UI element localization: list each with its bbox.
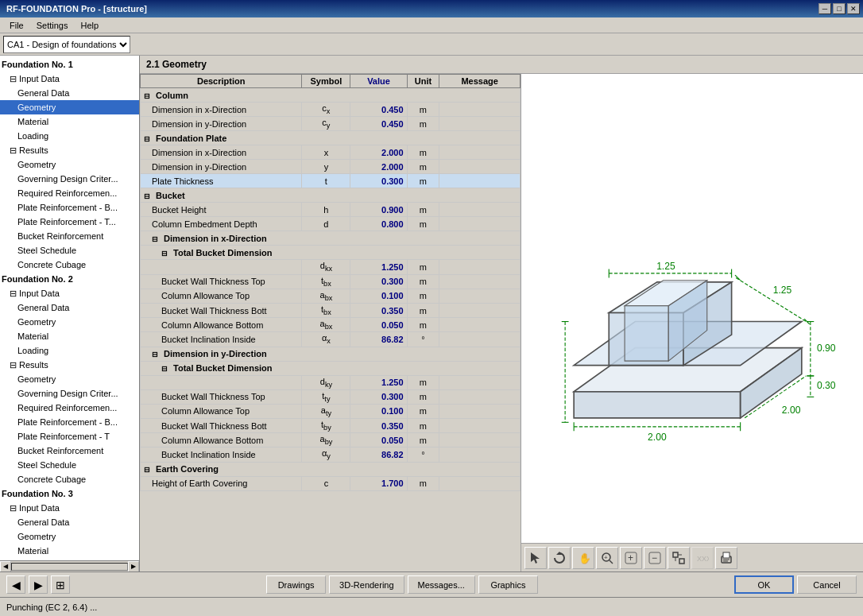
ok-button[interactable]: OK: [734, 575, 794, 594]
tree-container[interactable]: Foundation No. 1 ⊟ Input Data General Da…: [0, 56, 139, 560]
tree-general-data-3[interactable]: General Data: [0, 515, 139, 529]
expand-button[interactable]: ⊞: [51, 575, 70, 594]
table-row[interactable]: Column Allowance Bottom abx 0.050 m: [141, 318, 521, 332]
cancel-button[interactable]: Cancel: [797, 575, 857, 594]
foundation-dropdown[interactable]: CA1 - Design of foundations: [3, 36, 130, 53]
tree-geometry-3[interactable]: Geometry: [0, 529, 139, 544]
tree-required-reinf-2[interactable]: Required Reinforcemen...: [0, 401, 139, 415]
table-row[interactable]: Bucket Wall Thickness Top tbx 0.300 m: [141, 274, 521, 289]
row-value[interactable]: 0.050: [350, 433, 407, 447]
tree-material-2[interactable]: Material: [0, 329, 139, 343]
left-horizontal-scrollbar[interactable]: ◀ ▶: [0, 560, 139, 571]
table-row[interactable]: Column Embedment Depth d 0.800 m: [141, 217, 521, 231]
zoom-out-button[interactable]: −: [644, 547, 666, 569]
table-row[interactable]: Dimension in x-Direction cx 0.450 m: [141, 103, 521, 117]
scroll-left-button[interactable]: ◀: [0, 561, 11, 572]
tree-steel-schedule-2[interactable]: Steel Schedule: [0, 458, 139, 472]
row-value[interactable]: 1.700: [350, 476, 407, 490]
tree-foundation-3[interactable]: Foundation No. 3: [0, 486, 139, 501]
tree-bucket-reinf-2[interactable]: Bucket Reinforcement: [0, 444, 139, 458]
tree-plate-reinf-b-2[interactable]: Plate Reinforcement - B...: [0, 415, 139, 429]
row-value[interactable]: 0.350: [350, 419, 407, 433]
tree-steel-schedule-1[interactable]: Steel Schedule: [0, 243, 139, 258]
tree-governing-design-1[interactable]: Governing Design Criter...: [0, 172, 139, 186]
tree-plate-reinf-t-2[interactable]: Plate Reinforcement - T: [0, 429, 139, 444]
pan-tool-button[interactable]: ✋: [572, 547, 594, 569]
table-row[interactable]: Bucket Inclination Inside αx 86.82 °: [141, 332, 521, 347]
tree-general-data-1[interactable]: General Data: [0, 86, 139, 100]
row-value[interactable]: 0.800: [350, 217, 407, 231]
tree-input-data-3[interactable]: ⊟ Input Data: [0, 501, 139, 515]
scroll-track[interactable]: [11, 563, 128, 571]
tree-loading-2[interactable]: Loading: [0, 343, 139, 358]
tree-concrete-cubage-1[interactable]: Concrete Cubage: [0, 258, 139, 272]
row-value[interactable]: 0.900: [350, 203, 407, 217]
row-value[interactable]: 0.050: [350, 318, 407, 332]
tree-required-reinf-1[interactable]: Required Reinforcemen...: [0, 186, 139, 200]
tree-general-data-2[interactable]: General Data: [0, 300, 139, 315]
tree-results-2[interactable]: ⊟ Results: [0, 358, 139, 372]
rotate-tool-button[interactable]: [548, 547, 571, 569]
xxx-button[interactable]: XXX: [691, 547, 714, 569]
close-button[interactable]: ✕: [847, 3, 860, 14]
menu-file[interactable]: File: [3, 19, 30, 32]
row-value[interactable]: 86.82: [350, 447, 407, 462]
print-diagram-button[interactable]: [715, 547, 737, 569]
table-row[interactable]: Bucket Wall Thickness Bott tbx 0.350 m: [141, 303, 521, 317]
row-value[interactable]: 0.450: [350, 117, 407, 131]
tree-material-1[interactable]: Material: [0, 114, 139, 129]
tree-concrete-cubage-2[interactable]: Concrete Cubage: [0, 472, 139, 486]
table-row[interactable]: dkx 1.250 m: [141, 260, 521, 274]
row-value[interactable]: 0.300: [350, 274, 407, 289]
tree-plate-reinf-b-1[interactable]: Plate Reinforcement - B...: [0, 200, 139, 215]
row-value[interactable]: 0.300: [350, 174, 407, 188]
fit-view-button[interactable]: [668, 547, 690, 569]
row-value[interactable]: 86.82: [350, 332, 407, 347]
tree-results-geometry-2[interactable]: Geometry: [0, 372, 139, 386]
table-row[interactable]: Bucket Height h 0.900 m: [141, 203, 521, 217]
back-button[interactable]: ◀: [6, 575, 25, 594]
scroll-right-button[interactable]: ▶: [128, 561, 139, 572]
table-row[interactable]: Bucket Inclination Inside αy 86.82 °: [141, 447, 521, 462]
menu-settings[interactable]: Settings: [30, 19, 75, 32]
drawings-button[interactable]: Drawings: [266, 575, 326, 594]
zoom-in-button[interactable]: +: [620, 547, 642, 569]
row-value[interactable]: 1.250: [350, 260, 407, 274]
table-row[interactable]: Column Allowance Top aty 0.100 m: [141, 404, 521, 418]
table-row[interactable]: Dimension in y-Direction cy 0.450 m: [141, 117, 521, 131]
maximize-button[interactable]: □: [833, 3, 846, 14]
table-row[interactable]: Column Allowance Top abx 0.100 m: [141, 289, 521, 303]
3d-rendering-button[interactable]: 3D-Rendering: [329, 575, 404, 594]
tree-foundation-2[interactable]: Foundation No. 2: [0, 272, 139, 286]
row-value[interactable]: 2.000: [350, 145, 407, 160]
zoom-window-button[interactable]: +: [596, 547, 618, 569]
tree-results-1[interactable]: ⊟ Results: [0, 143, 139, 157]
table-row[interactable]: Bucket Wall Thickness Bott tby 0.350 m: [141, 419, 521, 433]
tree-loading-1[interactable]: Loading: [0, 129, 139, 143]
row-value[interactable]: 2.000: [350, 160, 407, 174]
table-panel[interactable]: Description Symbol Value Unit Message ⊟ …: [140, 74, 521, 571]
row-value[interactable]: 0.450: [350, 103, 407, 117]
table-row[interactable]: Dimension in y-Direction y 2.000 m: [141, 160, 521, 174]
messages-button[interactable]: Messages...: [408, 575, 475, 594]
tree-foundation-1[interactable]: Foundation No. 1: [0, 57, 139, 72]
row-value[interactable]: 0.100: [350, 404, 407, 418]
tree-input-data-1[interactable]: ⊟ Input Data: [0, 72, 139, 86]
table-row-highlighted[interactable]: Plate Thickness t 0.300 m: [141, 174, 521, 188]
tree-geometry-2[interactable]: Geometry: [0, 315, 139, 329]
row-value[interactable]: 0.300: [350, 389, 407, 404]
table-row[interactable]: Height of Earth Covering c 1.700 m: [141, 476, 521, 490]
row-value[interactable]: 1.250: [350, 375, 407, 389]
forward-button[interactable]: ▶: [29, 575, 48, 594]
tree-geometry-1[interactable]: Geometry: [0, 100, 139, 114]
menu-help[interactable]: Help: [74, 19, 105, 32]
tree-governing-design-2[interactable]: Governing Design Criter...: [0, 386, 139, 401]
table-row[interactable]: Bucket Wall Thickness Top tty 0.300 m: [141, 389, 521, 404]
table-row[interactable]: dky 1.250 m: [141, 375, 521, 389]
select-tool-button[interactable]: [524, 547, 547, 569]
tree-input-data-2[interactable]: ⊟ Input Data: [0, 286, 139, 300]
row-value[interactable]: 0.100: [350, 289, 407, 303]
row-value[interactable]: 0.350: [350, 303, 407, 317]
tree-results-geometry-1[interactable]: Geometry: [0, 157, 139, 172]
table-row[interactable]: Column Allowance Bottom aby 0.050 m: [141, 433, 521, 447]
